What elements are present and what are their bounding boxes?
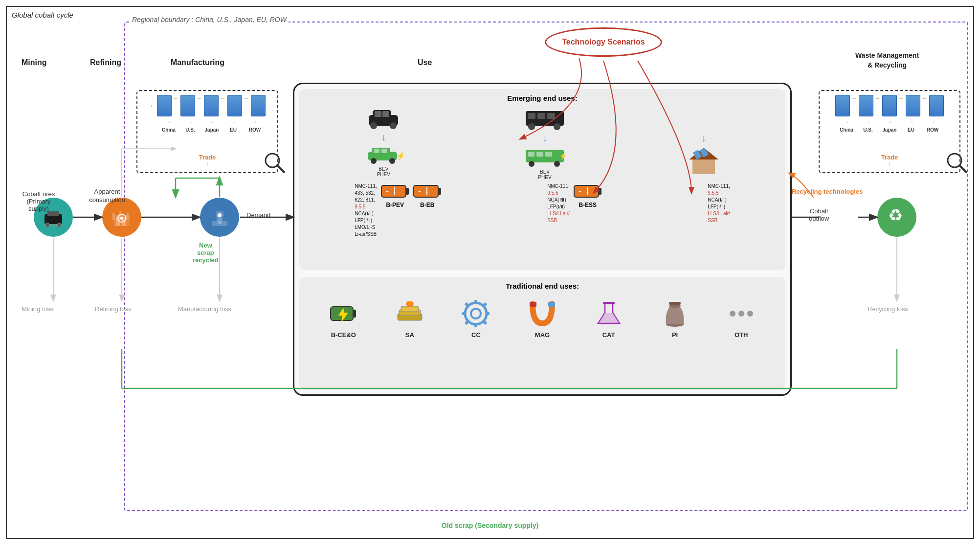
svg-point-16 — [120, 217, 123, 220]
svg-rect-43 — [528, 152, 535, 157]
panel-japan-manuf — [204, 95, 219, 116]
global-label: Global cobalt cycle — [12, 11, 73, 19]
magnify-recyc — [945, 151, 969, 177]
svg-point-76 — [465, 303, 487, 324]
recycling-tech-label: Recycling technologies — [792, 188, 863, 195]
cobalt-outflow-label: Cobaltoutflow — [809, 207, 829, 222]
car-icon — [364, 106, 403, 130]
tech-scenarios-oval: Technology Scenarios — [545, 27, 662, 57]
svg-text:♻: ♻ — [888, 206, 903, 225]
svg-rect-44 — [536, 152, 543, 157]
traditional-title: Traditional end uses: — [304, 282, 780, 290]
svg-rect-50 — [692, 159, 715, 174]
manufacturing-box: ← ← ← ← ← → → → — [136, 90, 278, 173]
emerging-title: Emerging end uses: — [304, 94, 780, 102]
trad-item-mag: MAG — [528, 299, 557, 339]
magnify-manuf — [263, 151, 287, 177]
stage-refining: Refining — [90, 58, 121, 67]
svg-rect-39 — [547, 113, 555, 119]
svg-rect-59 — [438, 188, 441, 195]
trad-item-pi: PI — [660, 299, 690, 339]
demand-label: Demand — [246, 211, 270, 219]
panel-japan-recyc — [882, 95, 897, 116]
panel-us-manuf — [180, 95, 195, 116]
trad-item-cc: CC — [461, 299, 490, 339]
trad-item-cat: CAT — [594, 299, 624, 339]
svg-rect-14 — [126, 213, 129, 220]
panel-eu-recyc — [906, 95, 920, 116]
svg-point-41 — [554, 123, 560, 130]
trade-label-recyc: Trade — [881, 154, 898, 161]
svg-point-92 — [730, 311, 735, 317]
svg-rect-54 — [406, 188, 409, 195]
battery-beb: - + — [413, 183, 442, 200]
main-container: Global cobalt cycle Mining Refining Manu… — [6, 6, 974, 539]
trad-item-oth: OTH — [727, 299, 756, 339]
svg-point-31 — [371, 158, 377, 164]
panel-eu-manuf — [227, 95, 242, 116]
refining-loss-label: Refining loss — [95, 305, 131, 313]
panel-china-recyc — [835, 95, 850, 116]
svg-rect-86 — [530, 302, 536, 307]
svg-point-26 — [390, 122, 397, 129]
svg-rect-12 — [112, 213, 115, 220]
node-demand — [200, 198, 239, 237]
svg-rect-37 — [528, 113, 535, 119]
bus-icon — [523, 106, 567, 131]
svg-rect-78 — [474, 300, 477, 304]
svg-text:⚡: ⚡ — [396, 151, 403, 160]
svg-rect-21 — [218, 221, 222, 224]
node-recycling: ♻ — [877, 198, 916, 237]
traditional-icons-row: B-CE&O SA — [304, 294, 780, 343]
svg-point-75 — [407, 301, 412, 305]
svg-rect-69 — [353, 310, 356, 318]
svg-text:⚡: ⚡ — [559, 152, 567, 160]
house-icon — [687, 146, 721, 175]
cobalt-ores-label: Cobalt ores(Primary supply) — [19, 190, 58, 212]
panel-us-recyc — [859, 95, 873, 116]
svg-point-32 — [389, 158, 395, 164]
manufacturing-loss-label: Manufacturing loss — [178, 305, 231, 313]
svg-point-20 — [218, 213, 222, 217]
use-box: Emerging end uses: ↓ — [293, 83, 792, 396]
svg-rect-81 — [486, 312, 490, 315]
old-scrap-label: Old scrap (Secondary supply) — [442, 522, 538, 529]
svg-point-93 — [738, 311, 744, 317]
svg-point-94 — [747, 311, 753, 317]
svg-text:-: - — [579, 186, 581, 196]
svg-rect-33 — [374, 149, 379, 153]
svg-rect-80 — [462, 312, 466, 315]
green-bus-icon: ⚡ — [523, 146, 567, 167]
stage-mining: Mining — [22, 58, 47, 67]
svg-rect-45 — [545, 152, 552, 157]
svg-line-1 — [277, 165, 284, 172]
apparent-consumption-label: Apparentconsumption — [85, 188, 129, 204]
svg-rect-88 — [603, 302, 615, 304]
battery-bpev: - + — [381, 183, 409, 200]
tech-scenarios-label: Technology Scenarios — [562, 38, 645, 46]
svg-point-47 — [554, 161, 560, 167]
trade-label-manuf: Trade — [199, 154, 216, 161]
svg-rect-87 — [548, 302, 555, 307]
battery-bess: - + — [574, 183, 602, 200]
svg-rect-28 — [382, 111, 389, 117]
panel-china-manuf — [157, 95, 172, 116]
trad-item-bce: B-CE&O — [329, 299, 358, 339]
svg-point-46 — [529, 161, 535, 167]
svg-point-40 — [528, 123, 535, 130]
svg-text:-: - — [418, 186, 421, 196]
svg-text:-: - — [386, 186, 389, 196]
trad-item-sa: SA — [395, 299, 424, 339]
traditional-section: Traditional end uses: B-CE&O — [299, 277, 785, 389]
recycling-box: ← ← ← ← → → → → → — [819, 90, 960, 173]
mining-loss-label: Mining loss — [22, 305, 53, 313]
panel-row-manuf — [251, 95, 266, 116]
svg-rect-79 — [474, 323, 477, 327]
svg-line-3 — [959, 165, 966, 172]
emerging-section: Emerging end uses: ↓ — [299, 89, 785, 270]
svg-point-77 — [471, 309, 481, 318]
svg-rect-91 — [669, 302, 681, 305]
svg-rect-18 — [217, 217, 223, 221]
svg-rect-34 — [381, 149, 387, 153]
svg-rect-38 — [537, 113, 545, 119]
